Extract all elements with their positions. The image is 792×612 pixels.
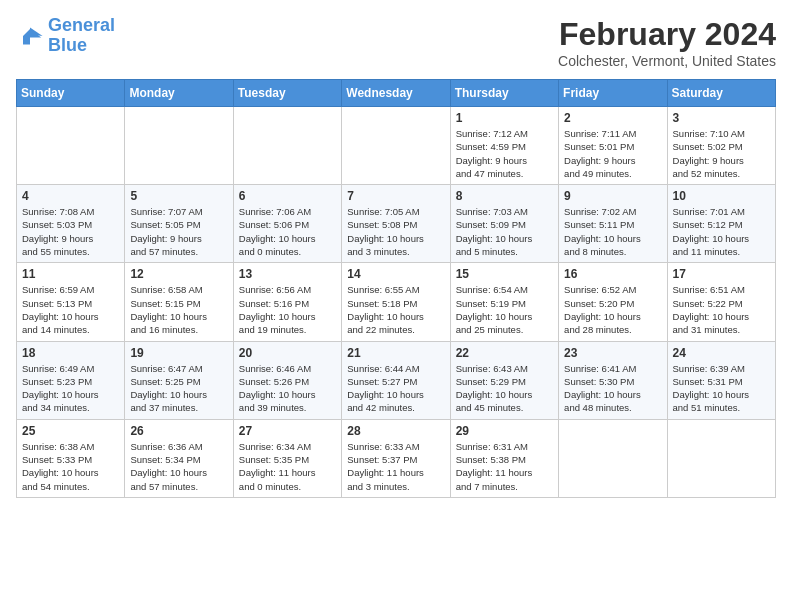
svg-marker-1 <box>23 29 41 44</box>
calendar-table: SundayMondayTuesdayWednesdayThursdayFrid… <box>16 79 776 498</box>
header-row: SundayMondayTuesdayWednesdayThursdayFrid… <box>17 80 776 107</box>
calendar-cell: 24Sunrise: 6:39 AM Sunset: 5:31 PM Dayli… <box>667 341 775 419</box>
day-header-tuesday: Tuesday <box>233 80 341 107</box>
day-number: 21 <box>347 346 444 360</box>
calendar-cell <box>125 107 233 185</box>
calendar-cell: 1Sunrise: 7:12 AM Sunset: 4:59 PM Daylig… <box>450 107 558 185</box>
location-subtitle: Colchester, Vermont, United States <box>558 53 776 69</box>
day-info: Sunrise: 7:11 AM Sunset: 5:01 PM Dayligh… <box>564 127 661 180</box>
calendar-header: SundayMondayTuesdayWednesdayThursdayFrid… <box>17 80 776 107</box>
day-info: Sunrise: 7:02 AM Sunset: 5:11 PM Dayligh… <box>564 205 661 258</box>
calendar-cell: 23Sunrise: 6:41 AM Sunset: 5:30 PM Dayli… <box>559 341 667 419</box>
calendar-cell <box>233 107 341 185</box>
calendar-cell: 29Sunrise: 6:31 AM Sunset: 5:38 PM Dayli… <box>450 419 558 497</box>
calendar-cell: 13Sunrise: 6:56 AM Sunset: 5:16 PM Dayli… <box>233 263 341 341</box>
day-info: Sunrise: 7:05 AM Sunset: 5:08 PM Dayligh… <box>347 205 444 258</box>
page-header: General Blue February 2024 Colchester, V… <box>16 16 776 69</box>
calendar-cell <box>559 419 667 497</box>
calendar-week-4: 18Sunrise: 6:49 AM Sunset: 5:23 PM Dayli… <box>17 341 776 419</box>
day-header-saturday: Saturday <box>667 80 775 107</box>
calendar-cell: 28Sunrise: 6:33 AM Sunset: 5:37 PM Dayli… <box>342 419 450 497</box>
calendar-week-3: 11Sunrise: 6:59 AM Sunset: 5:13 PM Dayli… <box>17 263 776 341</box>
day-info: Sunrise: 6:46 AM Sunset: 5:26 PM Dayligh… <box>239 362 336 415</box>
day-number: 19 <box>130 346 227 360</box>
day-info: Sunrise: 6:33 AM Sunset: 5:37 PM Dayligh… <box>347 440 444 493</box>
day-number: 16 <box>564 267 661 281</box>
day-info: Sunrise: 7:12 AM Sunset: 4:59 PM Dayligh… <box>456 127 553 180</box>
calendar-cell: 18Sunrise: 6:49 AM Sunset: 5:23 PM Dayli… <box>17 341 125 419</box>
day-info: Sunrise: 7:01 AM Sunset: 5:12 PM Dayligh… <box>673 205 770 258</box>
day-number: 7 <box>347 189 444 203</box>
calendar-cell: 5Sunrise: 7:07 AM Sunset: 5:05 PM Daylig… <box>125 185 233 263</box>
day-number: 10 <box>673 189 770 203</box>
calendar-cell <box>17 107 125 185</box>
calendar-cell: 20Sunrise: 6:46 AM Sunset: 5:26 PM Dayli… <box>233 341 341 419</box>
day-info: Sunrise: 6:39 AM Sunset: 5:31 PM Dayligh… <box>673 362 770 415</box>
calendar-cell: 14Sunrise: 6:55 AM Sunset: 5:18 PM Dayli… <box>342 263 450 341</box>
day-info: Sunrise: 7:03 AM Sunset: 5:09 PM Dayligh… <box>456 205 553 258</box>
day-header-thursday: Thursday <box>450 80 558 107</box>
month-title: February 2024 <box>558 16 776 53</box>
day-info: Sunrise: 6:58 AM Sunset: 5:15 PM Dayligh… <box>130 283 227 336</box>
calendar-cell: 7Sunrise: 7:05 AM Sunset: 5:08 PM Daylig… <box>342 185 450 263</box>
day-number: 15 <box>456 267 553 281</box>
day-number: 3 <box>673 111 770 125</box>
calendar-cell: 27Sunrise: 6:34 AM Sunset: 5:35 PM Dayli… <box>233 419 341 497</box>
day-number: 25 <box>22 424 119 438</box>
calendar-cell: 25Sunrise: 6:38 AM Sunset: 5:33 PM Dayli… <box>17 419 125 497</box>
day-number: 18 <box>22 346 119 360</box>
day-number: 26 <box>130 424 227 438</box>
calendar-cell: 16Sunrise: 6:52 AM Sunset: 5:20 PM Dayli… <box>559 263 667 341</box>
day-header-wednesday: Wednesday <box>342 80 450 107</box>
calendar-cell: 3Sunrise: 7:10 AM Sunset: 5:02 PM Daylig… <box>667 107 775 185</box>
calendar-cell: 6Sunrise: 7:06 AM Sunset: 5:06 PM Daylig… <box>233 185 341 263</box>
calendar-cell <box>342 107 450 185</box>
day-number: 27 <box>239 424 336 438</box>
day-info: Sunrise: 6:59 AM Sunset: 5:13 PM Dayligh… <box>22 283 119 336</box>
day-header-monday: Monday <box>125 80 233 107</box>
logo-text: General Blue <box>48 16 115 56</box>
calendar-week-2: 4Sunrise: 7:08 AM Sunset: 5:03 PM Daylig… <box>17 185 776 263</box>
calendar-cell: 2Sunrise: 7:11 AM Sunset: 5:01 PM Daylig… <box>559 107 667 185</box>
day-info: Sunrise: 6:38 AM Sunset: 5:33 PM Dayligh… <box>22 440 119 493</box>
day-info: Sunrise: 6:47 AM Sunset: 5:25 PM Dayligh… <box>130 362 227 415</box>
day-info: Sunrise: 6:34 AM Sunset: 5:35 PM Dayligh… <box>239 440 336 493</box>
day-info: Sunrise: 6:36 AM Sunset: 5:34 PM Dayligh… <box>130 440 227 493</box>
day-info: Sunrise: 6:31 AM Sunset: 5:38 PM Dayligh… <box>456 440 553 493</box>
day-number: 13 <box>239 267 336 281</box>
calendar-week-5: 25Sunrise: 6:38 AM Sunset: 5:33 PM Dayli… <box>17 419 776 497</box>
day-number: 9 <box>564 189 661 203</box>
day-number: 2 <box>564 111 661 125</box>
calendar-cell: 15Sunrise: 6:54 AM Sunset: 5:19 PM Dayli… <box>450 263 558 341</box>
day-number: 22 <box>456 346 553 360</box>
day-info: Sunrise: 6:52 AM Sunset: 5:20 PM Dayligh… <box>564 283 661 336</box>
day-info: Sunrise: 6:41 AM Sunset: 5:30 PM Dayligh… <box>564 362 661 415</box>
calendar-cell: 19Sunrise: 6:47 AM Sunset: 5:25 PM Dayli… <box>125 341 233 419</box>
calendar-cell: 22Sunrise: 6:43 AM Sunset: 5:29 PM Dayli… <box>450 341 558 419</box>
day-number: 8 <box>456 189 553 203</box>
calendar-cell: 10Sunrise: 7:01 AM Sunset: 5:12 PM Dayli… <box>667 185 775 263</box>
title-block: February 2024 Colchester, Vermont, Unite… <box>558 16 776 69</box>
calendar-cell: 12Sunrise: 6:58 AM Sunset: 5:15 PM Dayli… <box>125 263 233 341</box>
day-number: 14 <box>347 267 444 281</box>
calendar-cell: 4Sunrise: 7:08 AM Sunset: 5:03 PM Daylig… <box>17 185 125 263</box>
logo-icon <box>16 22 44 50</box>
calendar-cell: 8Sunrise: 7:03 AM Sunset: 5:09 PM Daylig… <box>450 185 558 263</box>
day-number: 5 <box>130 189 227 203</box>
day-info: Sunrise: 6:54 AM Sunset: 5:19 PM Dayligh… <box>456 283 553 336</box>
day-number: 20 <box>239 346 336 360</box>
day-info: Sunrise: 7:06 AM Sunset: 5:06 PM Dayligh… <box>239 205 336 258</box>
day-number: 24 <box>673 346 770 360</box>
day-info: Sunrise: 7:07 AM Sunset: 5:05 PM Dayligh… <box>130 205 227 258</box>
day-info: Sunrise: 7:08 AM Sunset: 5:03 PM Dayligh… <box>22 205 119 258</box>
calendar-cell: 26Sunrise: 6:36 AM Sunset: 5:34 PM Dayli… <box>125 419 233 497</box>
calendar-cell: 11Sunrise: 6:59 AM Sunset: 5:13 PM Dayli… <box>17 263 125 341</box>
calendar-cell: 9Sunrise: 7:02 AM Sunset: 5:11 PM Daylig… <box>559 185 667 263</box>
day-info: Sunrise: 6:55 AM Sunset: 5:18 PM Dayligh… <box>347 283 444 336</box>
day-header-sunday: Sunday <box>17 80 125 107</box>
logo: General Blue <box>16 16 115 56</box>
day-number: 17 <box>673 267 770 281</box>
day-number: 1 <box>456 111 553 125</box>
day-header-friday: Friday <box>559 80 667 107</box>
day-number: 29 <box>456 424 553 438</box>
